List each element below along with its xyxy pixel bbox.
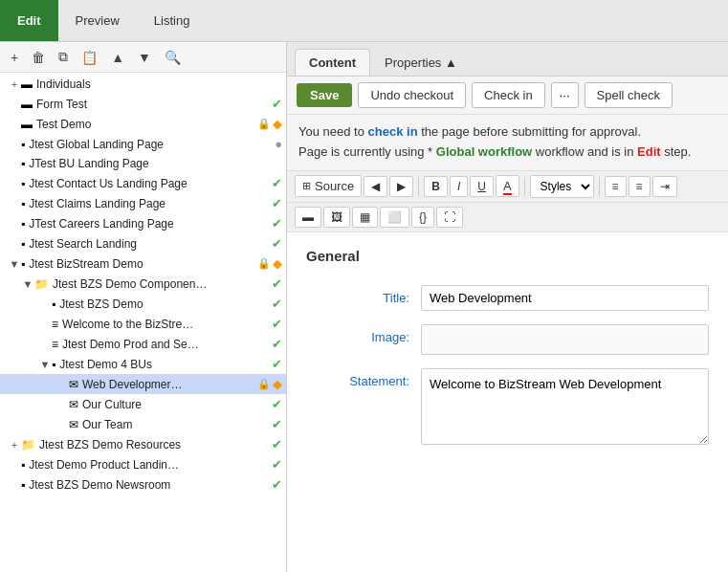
item-label: Jtest Demo Prod and Se… xyxy=(62,338,268,351)
list-item[interactable]: ▪ Jtest Claims Landing Page ✔ xyxy=(0,193,286,213)
tab-edit[interactable]: Edit xyxy=(0,0,58,41)
item-label: Jtest BZS Demo Newsroom xyxy=(29,478,268,492)
list-item[interactable]: ✉ Our Culture ✔ xyxy=(0,394,286,414)
unordered-list-button[interactable]: ≡ xyxy=(629,176,651,197)
tab-listing[interactable]: Listing xyxy=(137,0,208,41)
image-label-text: Image: xyxy=(371,330,409,344)
list-item[interactable]: ≡ Welcome to the BizStre… ✔ xyxy=(0,314,286,334)
notice-text-5: step. xyxy=(661,144,692,159)
status-icons: ✔ xyxy=(272,417,282,431)
status-icons: ✔ xyxy=(272,477,282,492)
list-item[interactable]: ▪ Jtest Search Landing ✔ xyxy=(0,233,286,253)
more-options-button[interactable]: ··· xyxy=(551,82,579,108)
page-icon: ≡ xyxy=(52,318,58,331)
spell-check-button[interactable]: Spell check xyxy=(585,82,673,108)
underline-button[interactable]: U xyxy=(470,176,494,197)
status-green-icon: ✔ xyxy=(272,236,282,251)
status-icons: ✔ xyxy=(272,437,282,451)
global-workflow-link[interactable]: Global workflow xyxy=(436,144,532,159)
box-button[interactable]: ⬜ xyxy=(380,207,409,228)
indent-button[interactable]: ⇥ xyxy=(652,176,677,197)
item-label: Jtest BizStream Demo xyxy=(29,257,254,271)
title-input[interactable] xyxy=(421,285,709,311)
save-button[interactable]: Save xyxy=(297,83,352,107)
tab-content[interactable]: Content xyxy=(295,49,370,76)
image-input[interactable] xyxy=(421,324,709,355)
back-button[interactable]: ◀ xyxy=(364,176,387,197)
image-button[interactable]: 🖼 xyxy=(323,207,350,228)
item-label: Jtest Search Landing xyxy=(29,237,268,251)
ordered-list-button[interactable]: ≡ xyxy=(605,176,627,197)
list-item[interactable]: ▼ ▪ Jtest BizStream Demo 🔒 ◆ xyxy=(0,253,286,274)
page-icon: ▪ xyxy=(21,157,25,170)
item-label: Jtest BZS Demo xyxy=(59,297,268,311)
list-item[interactable]: ▪ Jtest Demo Product Landin… ✔ xyxy=(0,454,286,474)
list-item[interactable]: ▼ 📁 Jtest BZS Demo Componen… ✔ xyxy=(0,274,286,294)
item-label: Our Team xyxy=(82,418,268,431)
item-label: Welcome to the BizStre… xyxy=(62,318,268,331)
folder-icon: 📁 xyxy=(21,438,35,451)
fullscreen-button[interactable]: ⛶ xyxy=(436,207,463,228)
list-item[interactable]: ▪ JTest BU Landing Page xyxy=(0,154,286,173)
search-button[interactable]: 🔍 xyxy=(160,47,186,68)
undo-checkout-button[interactable]: Undo checkout xyxy=(358,82,466,108)
form-row-statement: Statement: Welcome to BizStream Web Deve… xyxy=(306,368,709,445)
list-item[interactable]: ≡ Jtest Demo Prod and Se… ✔ xyxy=(0,334,286,354)
status-icons: ✔ xyxy=(272,357,282,371)
item-label: Jtest Demo Product Landin… xyxy=(29,458,268,472)
status-green-icon: ✔ xyxy=(272,216,282,231)
move-down-button[interactable]: ▼ xyxy=(133,47,156,68)
source-button[interactable]: ⊞ Source xyxy=(295,175,362,197)
item-label: Jtest Global Landing Page xyxy=(29,138,271,151)
status-icons: ✔ xyxy=(272,457,282,472)
add-button[interactable]: + xyxy=(6,47,23,68)
status-icons: ✔ xyxy=(272,337,282,351)
form-row-title: Title: xyxy=(306,285,709,311)
list-item[interactable]: + 📁 Jtest BZS Demo Resources ✔ xyxy=(0,434,286,454)
item-label: Form Test xyxy=(36,98,268,111)
status-orange-icon: ◆ xyxy=(273,377,282,391)
list-item[interactable]: ▪ Jtest Global Landing Page ● xyxy=(0,134,286,154)
list-item[interactable]: + ▬ Individuals xyxy=(0,75,286,94)
list-item[interactable]: ▪ Jtest BZS Demo ✔ xyxy=(0,294,286,314)
list-item[interactable]: ▪ Jtest BZS Demo Newsroom ✔ xyxy=(0,474,286,495)
main-layout: + 🗑 ⧉ 📋 ▲ ▼ 🔍 + ▬ Individuals ▬ Form Tes… xyxy=(0,42,728,572)
list-item[interactable]: ▪ JTest Careers Landing Page ✔ xyxy=(0,213,286,233)
item-label: Web Developmer… xyxy=(82,378,254,391)
page-icon: ▪ xyxy=(21,217,25,231)
paste-button[interactable]: 📋 xyxy=(77,47,102,68)
code-button[interactable]: {} xyxy=(411,207,434,228)
status-green-icon: ✔ xyxy=(272,417,282,431)
move-up-button[interactable]: ▲ xyxy=(106,47,129,68)
tab-preview[interactable]: Preview xyxy=(58,0,137,41)
copy-button[interactable]: ⧉ xyxy=(54,46,73,68)
list-item[interactable]: ▬ Test Demo 🔒 ◆ xyxy=(0,114,286,134)
check-in-link[interactable]: check in xyxy=(368,124,418,139)
notice-text-2: the page before submitting for approval. xyxy=(418,124,641,139)
expand-icon: + xyxy=(8,78,21,90)
edit-step-link[interactable]: Edit xyxy=(637,144,661,159)
delete-button[interactable]: 🗑 xyxy=(27,47,50,68)
tab-properties[interactable]: Properties ▲ xyxy=(370,49,472,76)
right-panel: Content Properties ▲ Save Undo checkout … xyxy=(287,42,728,572)
font-color-button[interactable]: A xyxy=(496,175,519,197)
statement-input[interactable]: Welcome to BizStream Web Development xyxy=(421,368,709,445)
status-green-icon: ✔ xyxy=(272,276,282,291)
format-button[interactable]: ▬ xyxy=(295,207,321,228)
forward-button[interactable]: ▶ xyxy=(389,176,413,197)
list-item[interactable]: ▪ Jtest Contact Us Landing Page ✔ xyxy=(0,173,286,193)
list-item-web-development[interactable]: ✉ Web Developmer… 🔒 ◆ xyxy=(0,374,286,394)
item-label: Test Demo xyxy=(36,118,254,131)
styles-dropdown[interactable]: Styles xyxy=(530,175,594,198)
list-item[interactable]: ▼ ▪ Jtest Demo 4 BUs ✔ xyxy=(0,354,286,374)
page-icon: ▪ xyxy=(21,458,25,472)
section-title: General xyxy=(306,248,709,270)
table-button[interactable]: ▦ xyxy=(352,207,378,228)
check-in-button[interactable]: Check in xyxy=(472,82,545,108)
page-icon: ▪ xyxy=(52,297,55,311)
page-icon: ▪ xyxy=(21,138,25,151)
bold-button[interactable]: B xyxy=(424,176,448,197)
list-item[interactable]: ▬ Form Test ✔ xyxy=(0,94,286,114)
italic-button[interactable]: I xyxy=(450,176,468,197)
list-item-our-team[interactable]: ✉ Our Team ✔ xyxy=(0,414,286,434)
